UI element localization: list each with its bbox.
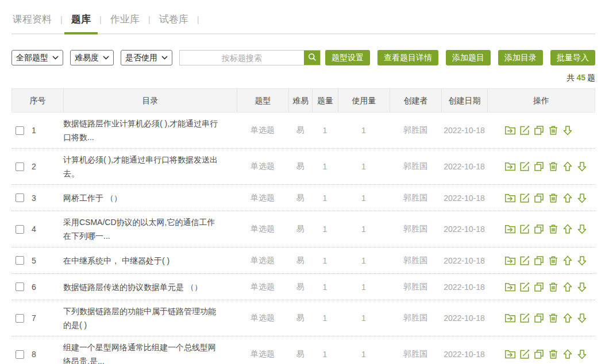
edit-icon[interactable] <box>519 312 530 324</box>
question-title: 数据链路层传送的协议数据单元是 （） <box>63 280 237 294</box>
move-to-folder-icon[interactable] <box>504 312 516 324</box>
delete-icon[interactable] <box>548 161 559 172</box>
question-count: 1 <box>312 162 338 171</box>
action-buttons: 题型设置 查看题目详情 添加题目 添加目录 批量导入 <box>325 50 595 65</box>
row-checkbox[interactable] <box>16 256 24 265</box>
delete-icon[interactable] <box>548 192 559 204</box>
move-to-folder-icon[interactable] <box>504 281 516 293</box>
edit-icon[interactable] <box>519 255 530 266</box>
row-checkbox[interactable] <box>16 193 24 202</box>
question-count-value: 45 <box>575 73 587 82</box>
add-catalog-button[interactable]: 添加目录 <box>498 50 543 65</box>
copy-icon[interactable] <box>533 312 545 324</box>
usage-count: 1 <box>338 256 390 265</box>
question-title: 组建一个星型网络通常比组建一个总线型网络昂贵,是... <box>63 340 237 364</box>
usage-select[interactable]: 是否使用 <box>121 50 172 65</box>
question-type-settings-button[interactable]: 题型设置 <box>325 50 370 65</box>
copy-icon[interactable] <box>533 255 545 266</box>
create-date: 2022-10-18 <box>441 282 487 292</box>
difficulty-label: 易 <box>288 349 312 359</box>
move-up-icon[interactable] <box>562 281 573 293</box>
tab-separator: | <box>99 14 102 24</box>
edit-icon[interactable] <box>519 348 530 360</box>
move-down-icon[interactable] <box>576 255 588 266</box>
table-row: 2 计算机必须( ),才能通过串行口将数据发送出去。 单选题 易 1 1 郭胜国… <box>11 149 595 185</box>
delete-icon[interactable] <box>548 281 559 293</box>
usage-count: 1 <box>338 193 390 203</box>
move-to-folder-icon[interactable] <box>504 223 516 235</box>
delete-icon[interactable] <box>548 223 559 235</box>
tab-separator: | <box>148 14 151 24</box>
delete-icon[interactable] <box>548 312 559 324</box>
table-row: 6 数据链路层传送的协议数据单元是 （） 单选题 易 1 1 郭胜国 2022-… <box>11 274 595 300</box>
move-up-icon[interactable] <box>562 192 573 204</box>
summary-prefix: 共 <box>567 73 575 82</box>
difficulty-select[interactable]: 难易度 <box>70 50 114 65</box>
edit-icon[interactable] <box>519 125 530 136</box>
creator-name: 郭胜国 <box>390 125 441 135</box>
move-up-icon[interactable] <box>562 255 573 266</box>
row-checkbox[interactable] <box>16 126 24 135</box>
move-to-folder-icon[interactable] <box>504 192 516 204</box>
search-input[interactable] <box>180 51 304 65</box>
question-type-select[interactable]: 全部题型 <box>11 50 63 65</box>
header-catalog: 目录 <box>64 89 237 112</box>
creator-name: 郭胜国 <box>390 282 441 292</box>
delete-icon[interactable] <box>548 125 559 136</box>
batch-import-button[interactable]: 批量导入 <box>550 50 595 65</box>
copy-icon[interactable] <box>533 161 545 172</box>
copy-icon[interactable] <box>533 281 545 293</box>
search-button[interactable] <box>304 51 320 65</box>
create-date: 2022-10-18 <box>441 224 487 234</box>
move-to-folder-icon[interactable] <box>504 161 516 172</box>
copy-icon[interactable] <box>533 348 545 360</box>
creator-name: 郭胜国 <box>390 161 441 172</box>
row-checkbox[interactable] <box>16 282 24 291</box>
difficulty-label: 易 <box>288 313 312 323</box>
edit-icon[interactable] <box>519 281 530 293</box>
edit-icon[interactable] <box>519 161 530 172</box>
usage-select-value: 是否使用 <box>125 53 157 63</box>
add-question-button[interactable]: 添加题目 <box>446 50 491 65</box>
move-down-icon[interactable] <box>576 348 588 360</box>
move-down-icon[interactable] <box>576 312 588 324</box>
copy-icon[interactable] <box>533 223 545 235</box>
move-down-icon[interactable] <box>576 161 588 172</box>
tab-homework-bank[interactable]: 作业库 <box>110 13 140 26</box>
row-checkbox[interactable] <box>16 162 24 171</box>
tab-course-materials[interactable]: 课程资料 <box>13 13 52 26</box>
move-down-icon[interactable] <box>576 192 588 204</box>
edit-icon[interactable] <box>519 192 530 204</box>
move-up-icon[interactable] <box>562 161 573 172</box>
delete-icon[interactable] <box>548 348 559 360</box>
move-down-icon[interactable] <box>562 125 573 136</box>
row-number: 4 <box>32 224 36 234</box>
row-checkbox[interactable] <box>16 314 24 323</box>
move-up-icon[interactable] <box>562 348 573 360</box>
row-checkbox[interactable] <box>16 350 24 359</box>
delete-icon[interactable] <box>548 255 559 266</box>
row-number: 7 <box>32 313 36 323</box>
move-up-icon[interactable] <box>562 312 573 324</box>
move-down-icon[interactable] <box>576 281 588 293</box>
edit-icon[interactable] <box>519 223 530 235</box>
view-question-details-button[interactable]: 查看题目详情 <box>377 50 438 65</box>
move-up-icon[interactable] <box>562 223 573 235</box>
usage-count: 1 <box>338 282 390 292</box>
move-down-icon[interactable] <box>576 223 588 235</box>
tab-separator: | <box>60 14 63 24</box>
tab-question-bank[interactable]: 题库 <box>71 13 91 26</box>
question-type-select-value: 全部题型 <box>16 53 48 63</box>
creator-name: 郭胜国 <box>390 224 441 234</box>
move-to-folder-icon[interactable] <box>504 125 516 136</box>
creator-name: 郭胜国 <box>390 313 441 323</box>
creator-name: 郭胜国 <box>390 349 441 359</box>
question-title: 计算机必须( ),才能通过串行口将数据发送出去。 <box>63 153 237 180</box>
tab-exam-paper-bank[interactable]: 试卷库 <box>159 13 188 26</box>
copy-icon[interactable] <box>533 125 545 136</box>
row-checkbox[interactable] <box>16 225 24 234</box>
difficulty-label: 易 <box>288 282 312 292</box>
move-to-folder-icon[interactable] <box>504 348 516 360</box>
move-to-folder-icon[interactable] <box>504 255 516 266</box>
copy-icon[interactable] <box>533 192 545 204</box>
